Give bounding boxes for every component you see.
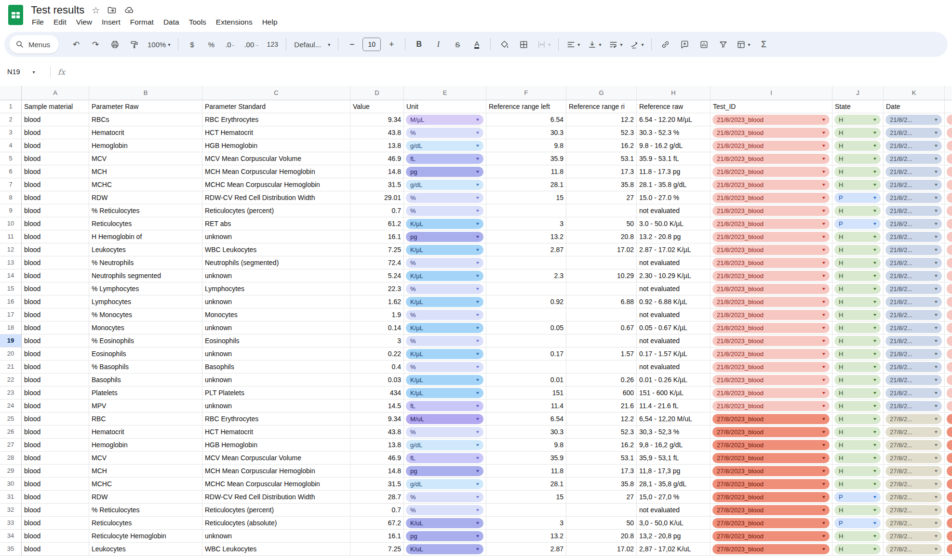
cell-unit[interactable]: g/dL▼ (404, 178, 486, 191)
cell-reference-range-left[interactable]: 2.87 (486, 543, 566, 556)
chip-dropdown-icon[interactable]: ▼ (934, 297, 939, 307)
cell-value[interactable]: 29.01 (350, 191, 404, 204)
chip-dropdown-icon[interactable]: ▼ (872, 284, 877, 294)
cell-state[interactable]: H▼ (832, 178, 884, 191)
chip-dropdown-icon[interactable]: ▼ (872, 427, 877, 437)
cell-sample-material[interactable]: blood (22, 321, 89, 334)
row-number[interactable]: 24 (0, 400, 22, 413)
cell-parameter-raw[interactable]: RDW (89, 191, 202, 204)
cell-test-id[interactable]: 21/8/2023_blood▼ (711, 295, 832, 308)
cell-reference-range-right[interactable] (566, 204, 637, 217)
chip-dropdown-icon[interactable]: ▼ (821, 349, 826, 359)
row-number[interactable]: 16 (0, 295, 22, 308)
cell-sample-material[interactable]: blood (22, 243, 89, 256)
chip-state[interactable]: H▼ (834, 258, 881, 268)
cell-value[interactable]: 46.9 (350, 152, 404, 165)
column-header-K[interactable]: K (884, 86, 945, 100)
partial-chip[interactable] (947, 180, 952, 190)
cell-state[interactable]: H▼ (832, 256, 884, 269)
cell-reference-range-right[interactable]: 35.8 (566, 178, 637, 191)
chip-unit[interactable]: %▼ (406, 505, 483, 515)
cell-parameter-standard[interactable]: WBC Leukocytes (202, 243, 350, 256)
cell-unit[interactable]: %▼ (404, 426, 486, 439)
cell-value[interactable]: 22.3 (350, 282, 404, 295)
cell-parameter-raw[interactable]: Reticulocyte Hemoglobin (89, 530, 202, 543)
chip-dropdown-icon[interactable]: ▼ (475, 362, 480, 372)
partial-chip[interactable] (947, 518, 952, 528)
cell-test-id[interactable]: 21/8/2023_blood▼ (711, 256, 832, 269)
cell-state[interactable]: H▼ (832, 243, 884, 256)
row-number[interactable]: 21 (0, 360, 22, 373)
menu-edit[interactable]: Edit (49, 16, 71, 28)
cell-unit[interactable]: K/µL▼ (404, 217, 486, 230)
cell-parameter-raw[interactable]: Hematocrit (89, 126, 202, 139)
chip-unit[interactable]: pg▼ (406, 167, 483, 177)
cell-reference-range-left[interactable]: 0.01 (486, 373, 566, 387)
chip-date[interactable]: 21/8/2...▼ (885, 193, 942, 203)
cell-parameter-standard[interactable]: unknown (202, 400, 350, 413)
chip-dropdown-icon[interactable]: ▼ (934, 544, 939, 554)
cell-parameter-raw[interactable]: % Basophils (89, 360, 202, 373)
chip-dropdown-icon[interactable]: ▼ (872, 518, 877, 528)
chip-date[interactable]: 21/8/2...▼ (885, 297, 942, 307)
cell-parameter-standard[interactable]: Basophils (202, 360, 350, 373)
cell-parameter-standard[interactable]: Reticulocytes (percent) (202, 504, 350, 517)
chip-dropdown-icon[interactable]: ▼ (872, 128, 877, 138)
chip-dropdown-icon[interactable]: ▼ (821, 245, 826, 255)
chip-dropdown-icon[interactable]: ▼ (872, 362, 877, 372)
cell-sample-material[interactable]: blood (22, 256, 89, 269)
chip-state[interactable]: H▼ (834, 414, 881, 424)
create-filter-button[interactable] (713, 35, 733, 53)
chip-dropdown-icon[interactable]: ▼ (475, 505, 480, 515)
cloud-saved-icon[interactable] (124, 5, 134, 15)
cell-state[interactable]: P▼ (832, 217, 884, 230)
cell-parameter-standard[interactable]: Reticulocytes (absolute) (202, 517, 350, 530)
chip-unit[interactable]: K/µL▼ (406, 375, 483, 385)
chip-dropdown-icon[interactable]: ▼ (821, 440, 826, 450)
row-number[interactable]: 30 (0, 478, 22, 491)
cell-sample-material[interactable]: blood (22, 530, 89, 543)
cell-reference-range-right[interactable]: 6.88 (566, 295, 637, 308)
chip-state[interactable]: H▼ (834, 388, 881, 398)
chip-dropdown-icon[interactable]: ▼ (872, 531, 877, 541)
cell-reference-range-left[interactable] (486, 282, 566, 295)
cell-reference-range-left[interactable] (486, 204, 566, 217)
cell-reference-raw[interactable]: 13,2 - 20,8 pg (637, 530, 711, 543)
partial-chip[interactable] (947, 219, 952, 229)
cell-reference-range-left[interactable]: 2.3 (486, 269, 566, 282)
chip-dropdown-icon[interactable]: ▼ (872, 336, 877, 346)
chip-dropdown-icon[interactable]: ▼ (934, 492, 939, 502)
chip-dropdown-icon[interactable]: ▼ (821, 115, 826, 125)
cell-date[interactable]: 27/8/2...▼ (884, 439, 945, 452)
column-header-B[interactable]: B (89, 86, 202, 100)
font-family-select[interactable]: Defaul... ▾ (290, 35, 334, 53)
cell-parameter-standard[interactable]: HGB Hemoglobin (202, 439, 350, 452)
row-number[interactable]: 11 (0, 230, 22, 243)
row-number[interactable]: 25 (0, 413, 22, 426)
chip-dropdown-icon[interactable]: ▼ (821, 128, 826, 138)
chip-dropdown-icon[interactable]: ▼ (934, 284, 939, 294)
cell-date[interactable]: 21/8/2...▼ (884, 139, 945, 152)
chip-unit[interactable]: %▼ (406, 206, 483, 216)
cell-reference-raw[interactable]: not evaluated (637, 204, 711, 217)
partial-chip[interactable] (947, 401, 952, 411)
cell-sample-material[interactable]: blood (22, 269, 89, 282)
cell-test-id[interactable]: 21/8/2023_blood▼ (711, 139, 832, 152)
partial-chip[interactable] (947, 492, 952, 502)
chip-state[interactable]: H▼ (834, 245, 881, 255)
chip-dropdown-icon[interactable]: ▼ (475, 115, 480, 125)
cell-parameter-raw[interactable]: MCV (89, 452, 202, 465)
cell-state[interactable]: H▼ (832, 373, 884, 387)
cell-parameter-standard[interactable]: unknown (202, 321, 350, 334)
cell-parameter-raw[interactable]: % Neutrophils (89, 256, 202, 269)
cell-reference-raw[interactable]: 3,0 - 50,0 K/uL (637, 517, 711, 530)
cell-date[interactable]: 21/8/2...▼ (884, 191, 945, 204)
row-number[interactable]: 12 (0, 243, 22, 256)
chip-dropdown-icon[interactable]: ▼ (872, 453, 877, 463)
row-number[interactable]: 1 (0, 100, 22, 113)
chip-test-id[interactable]: 21/8/2023_blood▼ (712, 323, 830, 333)
star-icon[interactable]: ☆ (92, 6, 100, 15)
cell-sample-material[interactable]: blood (22, 543, 89, 556)
chip-dropdown-icon[interactable]: ▼ (475, 180, 480, 190)
cell-state[interactable]: P▼ (832, 191, 884, 204)
